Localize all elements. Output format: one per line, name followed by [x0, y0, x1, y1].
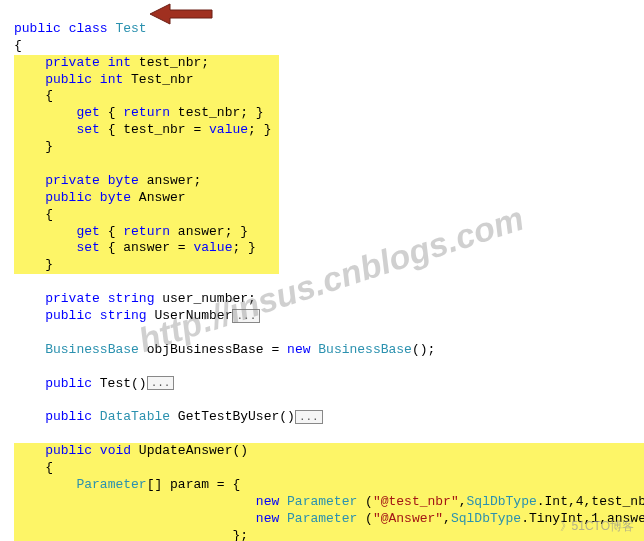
code-line: private int test_nbr; — [14, 55, 264, 70]
code-line: private string user_number; — [14, 291, 256, 306]
fold-icon[interactable]: ... — [295, 410, 323, 424]
code-line: public DataTable GetTestByUser()... — [14, 409, 323, 424]
code-viewer: public class Test { private int test_nbr… — [0, 0, 644, 541]
code-line: BusinessBase objBusinessBase = new Busin… — [14, 342, 435, 357]
code-line: public string UserNumber... — [14, 308, 260, 323]
code-line: get { return test_nbr; } — [14, 105, 271, 120]
code-line: { — [14, 207, 53, 222]
code-line: public class Test — [14, 21, 147, 36]
code-line: get { return answer; } — [14, 224, 271, 239]
fold-icon[interactable]: ... — [147, 376, 175, 390]
code-line: public int Test_nbr — [14, 72, 256, 87]
code-line: set { test_nbr = value; } — [14, 122, 279, 137]
highlight-block-1: private int test_nbr; public int Test_nb… — [14, 55, 279, 275]
code-line: new Parameter ("@Answer",SqlDbType.TinyI… — [14, 511, 644, 526]
fold-icon[interactable]: ... — [232, 309, 260, 323]
code-line: new Parameter ("@test_nbr",SqlDbType.Int… — [14, 494, 644, 509]
code-line: { — [14, 88, 53, 103]
code-line: { — [14, 460, 53, 475]
code-line: private byte answer; — [14, 173, 256, 188]
highlight-block-2: public void UpdateAnswer() { Parameter[]… — [14, 443, 644, 541]
code-line: public Test()... — [14, 376, 174, 391]
code-line: set { answer = value; } — [14, 240, 279, 255]
code-line: public byte Answer — [14, 190, 256, 205]
code-line: public void UpdateAnswer() — [14, 443, 615, 458]
code-line: Parameter[] param = { — [14, 477, 599, 492]
code-line: { — [14, 38, 22, 53]
code-line: }; — [14, 528, 248, 541]
code-line: } — [14, 257, 53, 272]
code-line: } — [14, 139, 53, 154]
